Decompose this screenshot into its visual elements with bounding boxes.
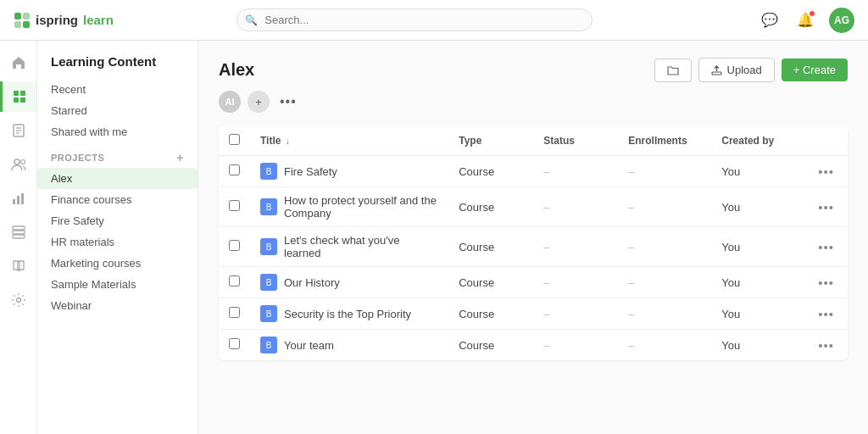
upload-button[interactable]: Upload: [698, 58, 775, 82]
sidebar-item-analytics[interactable]: [3, 183, 34, 214]
table-row: B Fire Safety Course – – You •••: [219, 156, 848, 187]
content-area: Alex Upload + Create Al + •••: [198, 41, 868, 434]
row-actions-cell: •••: [804, 330, 848, 361]
row-created-cell: You: [711, 227, 804, 267]
row-type-cell: Course: [448, 156, 533, 187]
col-header-title[interactable]: Title ↓: [250, 126, 448, 156]
sidebar-project-webinar[interactable]: Webinar: [37, 295, 198, 316]
logo-icon: [14, 12, 31, 29]
table-row: B Security is the Top Priority Course – …: [219, 298, 848, 330]
row-created-cell: You: [711, 267, 804, 298]
svg-rect-2: [14, 21, 21, 28]
row-type-cell: Course: [448, 267, 533, 298]
svg-rect-3: [23, 21, 30, 28]
row-type-icon: B: [260, 305, 277, 322]
notification-badge: [809, 10, 815, 17]
logo: ispringlearn: [14, 12, 149, 29]
user-initials-badge[interactable]: Al: [219, 91, 241, 113]
chat-icon-button[interactable]: 💬: [758, 8, 782, 32]
svg-rect-15: [17, 196, 19, 204]
row-actions-cell: •••: [804, 227, 848, 267]
main-layout: Learning Content Recent Starred Shared w…: [0, 41, 868, 434]
row-more-button[interactable]: •••: [815, 240, 837, 254]
sidebar-link-starred[interactable]: Starred: [37, 100, 198, 121]
page-title: Alex: [219, 60, 254, 80]
sidebar-item-users[interactable]: [3, 149, 34, 180]
sidebar-project-finance[interactable]: Finance courses: [37, 189, 198, 210]
sidebar-item-content[interactable]: [0, 81, 36, 112]
search-input[interactable]: [236, 8, 593, 31]
add-member-button[interactable]: +: [248, 91, 270, 113]
svg-rect-17: [13, 226, 25, 230]
row-status-cell: –: [533, 187, 618, 227]
row-checkbox-cell: [219, 156, 250, 187]
sidebar-item-home[interactable]: [3, 47, 34, 78]
row-checkbox[interactable]: [229, 275, 240, 287]
sort-arrow-icon: ↓: [286, 136, 290, 146]
row-title-text: Fire Safety: [284, 165, 337, 178]
table-row: B Your team Course – – You •••: [219, 330, 848, 361]
sidebar-link-recent[interactable]: Recent: [37, 79, 198, 100]
projects-section-header: PROJECTS +: [37, 142, 198, 168]
row-more-button[interactable]: •••: [815, 275, 837, 290]
row-type-icon: B: [260, 198, 277, 215]
notifications-icon-button[interactable]: 🔔: [793, 8, 817, 32]
col-header-type: Type: [448, 126, 533, 156]
col-header-actions: [804, 126, 848, 156]
row-checkbox[interactable]: [229, 200, 240, 211]
col-header-check: [219, 126, 250, 156]
svg-rect-6: [14, 97, 19, 103]
row-type-cell: Course: [448, 227, 533, 267]
sidebar-item-settings[interactable]: [3, 285, 34, 315]
col-header-enrollments: Enrollments: [618, 126, 711, 156]
row-checkbox[interactable]: [229, 307, 240, 318]
row-created-cell: You: [711, 156, 804, 187]
sidebar-project-marketing[interactable]: Marketing courses: [37, 253, 198, 274]
row-checkbox[interactable]: [229, 164, 240, 175]
sidebar-project-sample[interactable]: Sample Materials: [37, 274, 198, 295]
logo-learn-text: learn: [83, 13, 114, 27]
row-checkbox[interactable]: [229, 338, 240, 349]
sidebar-link-shared[interactable]: Shared with me: [37, 121, 198, 142]
table-row: B Let's check what you've learned Course…: [219, 227, 848, 267]
sidebar-project-firesafety[interactable]: Fire Safety: [37, 210, 198, 231]
row-title-cell: B Security is the Top Priority: [250, 298, 448, 330]
row-more-button[interactable]: •••: [815, 200, 837, 214]
table-row: B Our History Course – – You •••: [219, 267, 848, 298]
row-status-cell: –: [533, 267, 618, 298]
row-more-button[interactable]: •••: [815, 307, 837, 321]
folder-button[interactable]: [654, 58, 692, 82]
add-project-icon[interactable]: +: [176, 151, 184, 164]
table-head: Title ↓ Type Status Enrollments Created …: [219, 126, 848, 156]
user-avatar[interactable]: AG: [829, 8, 854, 33]
sub-actions: Al + •••: [219, 91, 848, 113]
row-type-cell: Course: [448, 330, 533, 361]
row-enrollments-cell: –: [618, 267, 711, 298]
row-enrollments-cell: –: [618, 330, 711, 361]
row-actions-cell: •••: [804, 298, 848, 330]
sidebar-project-alex[interactable]: Alex: [37, 168, 198, 189]
create-button[interactable]: + Create: [782, 58, 848, 81]
row-more-button[interactable]: •••: [815, 338, 837, 353]
row-enrollments-cell: –: [618, 227, 711, 267]
row-title-cell: B Let's check what you've learned: [250, 227, 448, 267]
row-title-text: Security is the Top Priority: [284, 308, 411, 320]
table-body: B Fire Safety Course – – You ••• B How t…: [219, 156, 848, 361]
row-actions-cell: •••: [804, 187, 848, 227]
topbar: ispringlearn 🔍 💬 🔔 AG: [0, 0, 868, 41]
row-checkbox[interactable]: [229, 240, 240, 251]
select-all-checkbox[interactable]: [229, 134, 240, 145]
row-enrollments-cell: –: [618, 187, 711, 227]
row-status-cell: –: [533, 298, 618, 330]
upload-label: Upload: [727, 64, 762, 76]
sidebar-project-hr[interactable]: HR materials: [37, 231, 198, 253]
svg-rect-14: [13, 199, 15, 204]
icon-sidebar: [0, 41, 37, 434]
sidebar-item-layers[interactable]: [3, 217, 34, 248]
row-more-button[interactable]: •••: [815, 164, 837, 179]
sidebar-item-docs[interactable]: [3, 115, 34, 146]
sidebar-item-book[interactable]: [3, 251, 34, 281]
svg-point-12: [14, 159, 19, 164]
logo-ispring-text: ispring: [36, 13, 78, 27]
more-options-button[interactable]: •••: [276, 92, 300, 111]
